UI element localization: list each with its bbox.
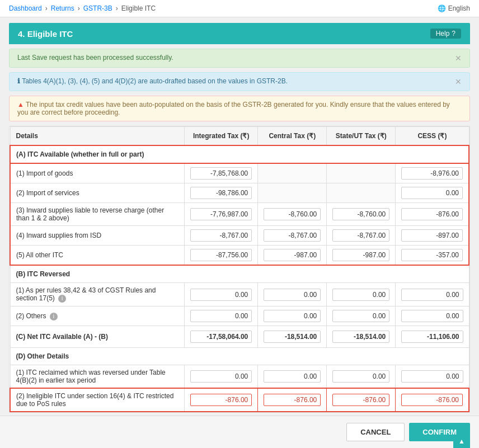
d1-state[interactable]: 0.00 — [327, 365, 396, 389]
table-row: (5) All other ITC -87,756.00 -987.00 -98… — [10, 246, 469, 266]
b1-state[interactable]: 0.00 — [327, 283, 396, 306]
breadcrumb-returns[interactable]: Returns — [51, 4, 74, 12]
b1-central[interactable]: 0.00 — [258, 283, 327, 306]
table-row: (1) As per rules 38,42 & 43 of CGST Rule… — [10, 283, 469, 306]
a4-state-input[interactable]: -8,767.00 — [332, 229, 389, 242]
b1-cess[interactable]: 0.00 — [396, 283, 469, 306]
c-cess[interactable]: -11,106.00 — [396, 326, 469, 348]
a3-cess[interactable]: -876.00 — [396, 203, 469, 226]
a5-integrated-input[interactable]: -87,756.00 — [190, 249, 252, 261]
b2-integrated-input[interactable]: 0.00 — [190, 310, 252, 322]
b2-central[interactable]: 0.00 — [258, 306, 327, 326]
language-selector[interactable]: 🌐 English — [438, 4, 470, 12]
itc-table-wrapper: Details Integrated Tax (₹) Central Tax (… — [9, 126, 470, 413]
a4-central[interactable]: -8,767.00 — [258, 226, 327, 246]
a1-integrated-input[interactable]: -7,85,768.00 — [190, 167, 252, 180]
section-a-header: (A) ITC Available (whether in full or pa… — [10, 145, 469, 163]
b1-info-icon[interactable]: i — [58, 295, 66, 303]
d2-cess-input[interactable]: -876.00 — [401, 394, 463, 406]
close-info-icon[interactable]: ✕ — [455, 77, 462, 86]
scroll-up-button[interactable]: ▲ — [453, 435, 470, 448]
d2-state-input[interactable]: -876.00 — [332, 394, 389, 406]
a1-state — [327, 163, 396, 183]
d2-integrated[interactable]: -876.00 — [185, 388, 258, 412]
a5-state[interactable]: -987.00 — [327, 246, 396, 266]
b2-label: (2) Others i — [10, 306, 185, 326]
d2-integrated-input[interactable]: -876.00 — [190, 394, 252, 406]
itc-table: Details Integrated Tax (₹) Central Tax (… — [10, 126, 469, 412]
c-central[interactable]: -18,514.00 — [258, 326, 327, 348]
a2-cess-input[interactable]: 0.00 — [401, 187, 463, 199]
b2-state-input[interactable]: 0.00 — [332, 310, 389, 322]
a5-central[interactable]: -987.00 — [258, 246, 327, 266]
breadcrumb-gstr3b[interactable]: GSTR-3B — [83, 4, 112, 12]
a3-label: (3) Inward supplies liable to reverse ch… — [10, 203, 185, 226]
section-d-header: (D) Other Details — [10, 348, 469, 365]
d2-central[interactable]: -876.00 — [258, 388, 327, 412]
col-integrated-tax: Integrated Tax (₹) — [185, 127, 258, 146]
a4-state[interactable]: -8,767.00 — [327, 226, 396, 246]
b1-integrated[interactable]: 0.00 — [185, 283, 258, 306]
a3-cess-input[interactable]: -876.00 — [401, 208, 463, 220]
b1-central-input[interactable]: 0.00 — [264, 289, 321, 301]
b2-state[interactable]: 0.00 — [327, 306, 396, 326]
a3-state[interactable]: -8,760.00 — [327, 203, 396, 226]
a5-cess[interactable]: -357.00 — [396, 246, 469, 266]
top-nav: Dashboard › Returns › GSTR-3B › Eligible… — [0, 0, 479, 17]
c-state-input[interactable]: -18,514.00 — [332, 331, 389, 343]
a1-cess[interactable]: -8,976.00 — [396, 163, 469, 183]
a3-central[interactable]: -8,760.00 — [258, 203, 327, 226]
a3-state-input[interactable]: -8,760.00 — [332, 208, 389, 220]
a4-central-input[interactable]: -8,767.00 — [264, 229, 321, 242]
c-state[interactable]: -18,514.00 — [327, 326, 396, 348]
d1-integrated-input[interactable]: 0.00 — [190, 370, 252, 383]
a4-cess-input[interactable]: -897.00 — [401, 229, 463, 242]
d1-state-input[interactable]: 0.00 — [332, 370, 389, 383]
d1-central[interactable]: 0.00 — [258, 365, 327, 389]
b1-cess-input[interactable]: 0.00 — [401, 289, 463, 301]
close-success-icon[interactable]: ✕ — [455, 54, 462, 63]
c-integrated-input[interactable]: -17,58,064.00 — [190, 331, 252, 343]
a5-central-input[interactable]: -987.00 — [264, 249, 321, 261]
col-details: Details — [10, 127, 185, 146]
a4-integrated-input[interactable]: -8,767.00 — [190, 229, 252, 242]
a1-cess-input[interactable]: -8,976.00 — [401, 167, 463, 180]
d1-integrated[interactable]: 0.00 — [185, 365, 258, 389]
a4-cess[interactable]: -897.00 — [396, 226, 469, 246]
a5-cess-input[interactable]: -357.00 — [401, 249, 463, 261]
a5-label: (5) All other ITC — [10, 246, 185, 266]
d2-central-input[interactable]: -876.00 — [264, 394, 321, 406]
help-button[interactable]: Help ? — [430, 29, 461, 39]
cancel-button[interactable]: CANCEL — [346, 423, 405, 441]
d2-cess[interactable]: -876.00 — [396, 388, 469, 412]
col-cess: CESS (₹) — [396, 127, 469, 146]
a2-cess[interactable]: 0.00 — [396, 183, 469, 203]
a3-integrated-input[interactable]: -7,76,987.00 — [190, 208, 252, 220]
a1-integrated[interactable]: -7,85,768.00 — [185, 163, 258, 183]
a1-central — [258, 163, 327, 183]
breadcrumb-dashboard[interactable]: Dashboard — [9, 4, 42, 12]
b1-state-input[interactable]: 0.00 — [332, 289, 389, 301]
c-integrated[interactable]: -17,58,064.00 — [185, 326, 258, 348]
a3-central-input[interactable]: -8,760.00 — [264, 208, 321, 220]
c-cess-input[interactable]: -11,106.00 — [401, 331, 463, 343]
a4-integrated[interactable]: -8,767.00 — [185, 226, 258, 246]
globe-icon: 🌐 — [438, 4, 446, 12]
a2-integrated-input[interactable]: -98,786.00 — [190, 187, 252, 199]
table-row: (1) Import of goods -7,85,768.00 -8,976.… — [10, 163, 469, 183]
b2-cess-input[interactable]: 0.00 — [401, 310, 463, 322]
d1-cess-input[interactable]: 0.00 — [401, 370, 463, 383]
b1-integrated-input[interactable]: 0.00 — [190, 289, 252, 301]
a2-integrated[interactable]: -98,786.00 — [185, 183, 258, 203]
b2-central-input[interactable]: 0.00 — [264, 310, 321, 322]
d1-cess[interactable]: 0.00 — [396, 365, 469, 389]
d2-state[interactable]: -876.00 — [327, 388, 396, 412]
d1-central-input[interactable]: 0.00 — [264, 370, 321, 383]
b2-info-icon[interactable]: i — [50, 313, 58, 320]
a3-integrated[interactable]: -7,76,987.00 — [185, 203, 258, 226]
c-central-input[interactable]: -18,514.00 — [264, 331, 321, 343]
a5-state-input[interactable]: -987.00 — [332, 249, 389, 261]
b2-integrated[interactable]: 0.00 — [185, 306, 258, 326]
a5-integrated[interactable]: -87,756.00 — [185, 246, 258, 266]
b2-cess[interactable]: 0.00 — [396, 306, 469, 326]
